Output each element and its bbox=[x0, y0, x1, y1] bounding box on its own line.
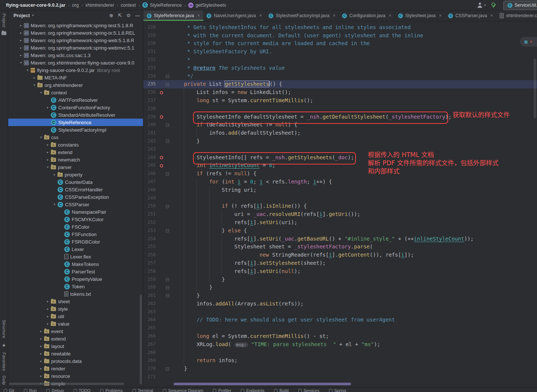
tree-item-counterdata[interactable]: CCounterData bbox=[8, 178, 143, 186]
breakpoint-gutter[interactable] bbox=[157, 235, 166, 243]
tool-window-button-project[interactable]: Project bbox=[2, 13, 6, 28]
line-number[interactable]: 232 bbox=[143, 56, 157, 64]
chevron-right-icon[interactable]: ▸ bbox=[52, 173, 58, 176]
breakpoint-gutter[interactable] bbox=[157, 267, 166, 276]
line-number[interactable]: 261 bbox=[143, 292, 157, 300]
breadcrumb-item-context[interactable]: context bbox=[121, 3, 136, 8]
breakpoint-gutter[interactable] bbox=[157, 194, 166, 203]
fold-marker-icon[interactable] bbox=[166, 292, 171, 300]
code-editor[interactable]: 227 /**228 * Gets StylesheetInfos for al… bbox=[143, 21, 537, 387]
tool-window-button-gulp[interactable]: Gulp bbox=[2, 376, 6, 385]
line-number[interactable]: 270 bbox=[143, 365, 157, 373]
breakpoint-gutter[interactable] bbox=[157, 48, 166, 56]
tree-item-parser[interactable]: ▾parser bbox=[8, 163, 143, 171]
line-number[interactable]: 252 bbox=[143, 219, 157, 227]
breadcrumb-item-org[interactable]: org bbox=[72, 3, 79, 8]
inspections-widget[interactable]: m × bbox=[520, 37, 537, 47]
chevron-right-icon[interactable]: ▸ bbox=[45, 322, 51, 326]
tree-item-protocols-data[interactable]: ▸protocols.data bbox=[8, 357, 143, 365]
breakpoint-gutter[interactable] bbox=[157, 210, 166, 219]
breakpoint-gutter[interactable] bbox=[157, 80, 166, 88]
code-line-249[interactable]: 249 bbox=[143, 194, 537, 203]
hide-panel-icon[interactable]: — bbox=[135, 13, 140, 18]
tree-item-render[interactable]: ▸render bbox=[8, 365, 143, 372]
line-number[interactable]: 262 bbox=[143, 300, 157, 308]
breakpoint-gutter[interactable] bbox=[157, 97, 166, 105]
code-line-234[interactable]: 234 */ bbox=[143, 72, 537, 81]
statusbar-item-run[interactable]: Run bbox=[24, 388, 37, 392]
chevron-right-icon[interactable]: ▸ bbox=[38, 352, 44, 355]
line-number[interactable]: 269 bbox=[143, 357, 157, 365]
breadcrumb-item-xhtmlrenderer[interactable]: xhtmlrenderer bbox=[86, 3, 114, 8]
line-number[interactable]: 244 bbox=[143, 154, 157, 162]
code-line-235[interactable]: 235 private List getStylesheets() { bbox=[143, 80, 537, 88]
chevron-right-icon[interactable]: ▸ bbox=[45, 150, 51, 154]
line-number[interactable]: 228 bbox=[143, 23, 157, 32]
breakpoint-ring[interactable] bbox=[160, 91, 163, 94]
chevron-right-icon[interactable]: ▸ bbox=[38, 374, 44, 378]
line-number[interactable]: 268 bbox=[143, 349, 157, 357]
tab-cssparser-java[interactable]: CCSSParser.java× bbox=[445, 10, 496, 21]
project-tree-horizontal-scrollbar[interactable] bbox=[9, 383, 124, 385]
code-line-232[interactable]: 232 * bbox=[143, 56, 537, 64]
breakpoint-gutter[interactable] bbox=[157, 186, 166, 194]
line-number[interactable]: 230 bbox=[143, 40, 157, 48]
tab-stylesheet-java[interactable]: CStylesheet.java× bbox=[395, 10, 445, 21]
breakpoint-gutter[interactable] bbox=[157, 170, 166, 178]
tree-item-maven-org-springframework-spring-tx-5-1-8-rel[interactable]: ▸Maven: org.springframework:spring-tx:5.… bbox=[8, 29, 143, 37]
tree-item-resource[interactable]: ▸resource bbox=[8, 372, 143, 380]
tree-item-namespacepair[interactable]: CNamespacePair bbox=[8, 208, 143, 216]
breakpoint-gutter[interactable] bbox=[157, 373, 166, 381]
tree-item-extend[interactable]: ▸extend bbox=[8, 335, 143, 342]
breakpoint-ring[interactable] bbox=[160, 156, 163, 159]
line-number[interactable]: 256 bbox=[143, 251, 157, 259]
tree-item-fsrgbcolor[interactable]: CFSRGBColor bbox=[8, 238, 143, 245]
code-line-266[interactable]: 266 long el = System.currentTimeMillis()… bbox=[143, 332, 537, 341]
chevron-down-icon[interactable]: ▾ bbox=[25, 68, 31, 72]
code-line-236[interactable]: 236 List infos = new LinkedList(); bbox=[143, 88, 537, 97]
fold-marker-icon[interactable] bbox=[166, 72, 171, 81]
line-number[interactable]: 248 bbox=[143, 186, 157, 194]
code-line-259[interactable]: 259 } bbox=[143, 276, 537, 284]
tool-window-button-structure[interactable]: Structure bbox=[2, 320, 6, 338]
chevron-right-icon[interactable]: ▸ bbox=[18, 53, 24, 57]
breakpoint-gutter[interactable] bbox=[157, 178, 166, 186]
fold-marker-icon[interactable] bbox=[166, 283, 171, 292]
line-number[interactable]: 233 bbox=[143, 64, 157, 72]
detached-tab-serviceutil[interactable]: C ServiceUtil... bbox=[503, 1, 537, 10]
breakpoint-icon[interactable] bbox=[157, 88, 166, 97]
breakpoint-ring[interactable] bbox=[160, 164, 163, 167]
chevron-right-icon[interactable]: ▸ bbox=[18, 46, 24, 50]
line-number[interactable]: 231 bbox=[143, 48, 157, 56]
code-line-254[interactable]: 254 refs[i].setUri(_uac.getBaseURL() + "… bbox=[143, 235, 537, 243]
breakpoint-icon[interactable] bbox=[157, 113, 166, 121]
chevron-right-icon[interactable]: ▸ bbox=[38, 367, 44, 370]
tree-item-maven-org-springframework-spring-web-5-1-8-r[interactable]: ▸Maven: org.springframework:spring-web:5… bbox=[8, 37, 143, 44]
tree-item-maven-org-w3c-css-sac-1-3[interactable]: ▸Maven: org.w3c.css:sac:1.3 bbox=[8, 51, 143, 59]
line-number[interactable]: 235 bbox=[143, 80, 157, 88]
tree-item-cssparseexception[interactable]: CCSSParseException bbox=[8, 193, 143, 201]
tree-item-constants[interactable]: ▸constants bbox=[8, 141, 143, 148]
tab-naiveuseragent-java[interactable]: CNaiveUserAgent.java× bbox=[203, 10, 265, 21]
tab-configuration-java[interactable]: CConfiguration.java× bbox=[339, 10, 395, 21]
code-line-253[interactable]: 253 } else { bbox=[143, 227, 537, 235]
line-number[interactable]: 271 bbox=[143, 373, 157, 381]
breakpoint-gutter[interactable] bbox=[157, 349, 166, 357]
line-number[interactable]: 237 bbox=[143, 97, 157, 105]
line-number[interactable]: 236 bbox=[143, 88, 157, 97]
code-line-240[interactable]: 240 if (defaultStylesheet != null) { bbox=[143, 121, 537, 129]
statusbar-item-terminal[interactable]: Terminal bbox=[133, 388, 153, 392]
statusbar-item-debug[interactable]: Debug bbox=[46, 388, 63, 392]
tree-item-meta-inf[interactable]: ▸META-INF bbox=[8, 74, 143, 81]
tree-item-org-xhtmlrenderer[interactable]: ▾org.xhtmlrenderer bbox=[8, 81, 143, 89]
breakpoint-gutter[interactable] bbox=[157, 219, 166, 227]
breakpoint-gutter[interactable] bbox=[157, 300, 166, 308]
code-line-265[interactable]: 265 bbox=[143, 324, 537, 332]
star-icon[interactable]: ★ bbox=[2, 343, 6, 348]
line-number[interactable]: 240 bbox=[143, 121, 157, 129]
chevron-down-icon[interactable]: ▾ bbox=[52, 203, 58, 206]
line-number[interactable]: 246 bbox=[143, 170, 157, 178]
breakpoint-gutter[interactable] bbox=[157, 227, 166, 235]
breadcrumb-item-getstylesheets[interactable]: mgetStylesheets bbox=[188, 3, 226, 8]
code-line-233[interactable]: 233 * @return The stylesheets value bbox=[143, 64, 537, 72]
